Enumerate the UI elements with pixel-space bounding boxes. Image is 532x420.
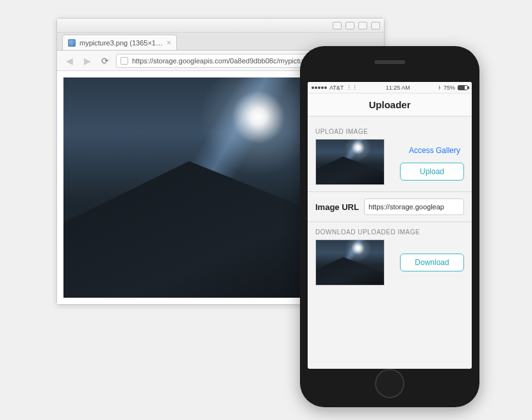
tab-close-icon[interactable]: ×: [167, 38, 171, 47]
download-thumbnail: [315, 239, 385, 286]
window-restore-button[interactable]: [358, 22, 367, 29]
download-row: Download: [315, 239, 464, 286]
nav-back-button[interactable]: ◀: [62, 54, 76, 68]
window-controls: [57, 19, 384, 33]
access-gallery-link[interactable]: Access Gallery: [405, 143, 464, 158]
battery-percent: 75%: [444, 85, 455, 91]
site-info-icon[interactable]: [121, 57, 128, 65]
screen-title: Uploader: [369, 99, 410, 110]
bluetooth-icon: ᚼ: [438, 85, 441, 91]
download-section-label: DOWNLOAD UPLOADED IMAGE: [315, 229, 464, 236]
image-url-label: Image URL: [315, 202, 359, 212]
phone-frame: AT&T ⋮⋮ 11:25 AM ᚼ 75% Uploader UPLOAD I…: [300, 46, 479, 407]
wifi-icon: ⋮⋮: [346, 85, 358, 91]
battery-icon: [458, 85, 468, 90]
upload-button[interactable]: Upload: [400, 163, 464, 181]
upload-thumbnail: [315, 139, 385, 185]
phone-screen: AT&T ⋮⋮ 11:25 AM ᚼ 75% Uploader UPLOAD I…: [308, 82, 472, 369]
browser-tab[interactable]: mypicture3.png (1365×1… ×: [62, 35, 177, 50]
status-bar: AT&T ⋮⋮ 11:25 AM ᚼ 75%: [308, 82, 472, 93]
image-url-field[interactable]: [364, 198, 464, 215]
reload-button[interactable]: ⟳: [98, 54, 112, 68]
upload-row: Access Gallery Upload: [315, 139, 464, 185]
image-url-row: Image URL: [315, 198, 464, 215]
download-button[interactable]: Download: [400, 254, 464, 271]
tab-title: mypicture3.png (1365×1…: [79, 39, 163, 47]
nav-bar: Uploader: [308, 93, 472, 117]
nav-forward-button[interactable]: ▶: [80, 54, 94, 68]
signal-icon: [312, 86, 327, 89]
favicon-icon: [68, 39, 76, 47]
window-minimize-button[interactable]: [333, 22, 342, 29]
window-maximize-button[interactable]: [345, 22, 354, 29]
screen-content: UPLOAD IMAGE Access Gallery Upload Image…: [308, 117, 472, 369]
clock: 11:25 AM: [386, 85, 410, 91]
divider: [308, 191, 472, 192]
upload-section-label: UPLOAD IMAGE: [315, 128, 464, 135]
window-close-button[interactable]: [371, 22, 380, 29]
carrier-label: AT&T: [329, 85, 344, 91]
divider: [308, 222, 472, 222]
